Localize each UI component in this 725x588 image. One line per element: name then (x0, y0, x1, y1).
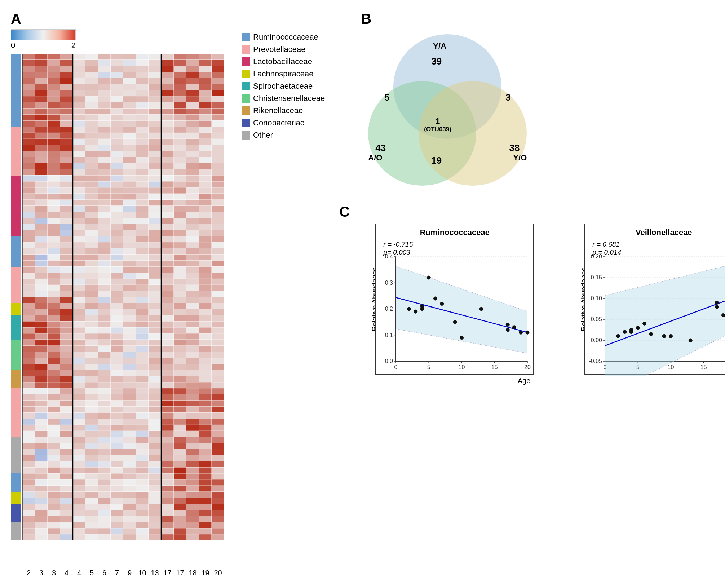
x-axis-label: 17 (161, 569, 174, 577)
svg-point-88 (715, 305, 719, 309)
legend-item: Other (242, 131, 325, 140)
venn-yo-circle (419, 81, 527, 186)
svg-point-38 (460, 336, 464, 340)
svg-text:0.0: 0.0 (385, 358, 393, 364)
svg-point-34 (427, 276, 431, 279)
venn-diagram: Y/A A/O Y/O 39 43 38 5 3 19 1 (361, 31, 534, 189)
svg-text:10: 10 (668, 364, 674, 370)
scatter1-svg: 0.00.10.20.30.405101520 (376, 224, 535, 376)
svg-text:0.15: 0.15 (591, 274, 602, 280)
svg-point-84 (649, 332, 653, 336)
legend-item: Lachnospiraceae (242, 69, 325, 79)
svg-point-78 (616, 334, 620, 338)
legend-item: Rikenellaceae (242, 106, 325, 115)
colorbar (11, 29, 76, 40)
svg-point-83 (643, 322, 646, 326)
x-axis-label: 20 (212, 569, 224, 577)
svg-text:0.4: 0.4 (385, 253, 393, 260)
svg-text:0.05: 0.05 (591, 316, 602, 322)
x-axis-label: 17 (174, 569, 186, 577)
svg-text:0.2: 0.2 (385, 306, 393, 312)
legend-item: Coriobacteriac (242, 118, 325, 128)
scatter1-x-label: Age (518, 377, 531, 385)
svg-point-39 (480, 307, 483, 311)
x-axis-label: 9 (123, 569, 136, 577)
venn-ao-label: A/O (368, 153, 382, 163)
x-axis-label: 3 (35, 569, 48, 577)
x-axis-label: 6 (98, 569, 111, 577)
panel-c-label: C (339, 204, 725, 220)
x-axis-label: 19 (199, 569, 212, 577)
x-axis-label: 10 (136, 569, 149, 577)
svg-point-86 (669, 334, 673, 338)
svg-point-35 (434, 297, 437, 300)
svg-text:-0.05: -0.05 (589, 358, 602, 364)
panel-b-label: B (361, 11, 725, 27)
x-axis-label: 18 (186, 569, 199, 577)
scatter2-svg: -0.050.000.050.100.150.2005101520 (585, 224, 725, 376)
x-axis-label: 4 (60, 569, 73, 577)
venn-yo-label: Y/O (513, 153, 527, 163)
venn-ao-yo: 19 (431, 155, 442, 166)
svg-text:0.1: 0.1 (385, 332, 393, 338)
svg-point-42 (513, 326, 516, 329)
svg-point-82 (636, 326, 640, 330)
venn-ya-ao: 5 (384, 92, 389, 103)
svg-text:0.20: 0.20 (591, 253, 602, 260)
svg-point-87 (689, 339, 693, 342)
svg-point-81 (629, 328, 633, 332)
svg-point-43 (519, 331, 523, 334)
venn-ya-yo: 3 (505, 92, 510, 103)
legend-item: Lactobacillaceae (242, 57, 325, 66)
svg-point-30 (407, 307, 411, 311)
svg-point-33 (420, 305, 424, 308)
heatmap-canvas (22, 54, 224, 540)
x-axis-label: 13 (149, 569, 161, 577)
svg-text:5: 5 (427, 364, 430, 370)
svg-text:15: 15 (700, 364, 707, 370)
svg-text:15: 15 (491, 364, 498, 370)
colorbar-max: 2 (71, 41, 76, 50)
x-axis-label: 4 (73, 569, 85, 577)
svg-text:10: 10 (459, 364, 465, 370)
scatter1-plot: Ruminococcaceae r = -0.715 p= 0.003 0.00… (375, 224, 534, 375)
legend-item: Spirochaetaceae (242, 81, 325, 91)
x-axis-label: 7 (111, 569, 123, 577)
svg-point-90 (722, 313, 725, 317)
svg-point-79 (623, 330, 627, 334)
svg-point-41 (506, 328, 510, 332)
x-axis-label: 3 (48, 569, 60, 577)
svg-text:0.3: 0.3 (385, 280, 393, 286)
svg-point-36 (440, 302, 444, 306)
legend-item: Christensenellaceae (242, 94, 325, 103)
svg-point-89 (715, 301, 719, 305)
venn-yo-only: 38 (509, 142, 520, 154)
venn-ya-only: 39 (431, 56, 442, 67)
svg-text:20: 20 (524, 364, 531, 370)
svg-point-44 (526, 331, 529, 334)
svg-point-37 (454, 320, 457, 324)
legend: RuminococcaceaePrevotellaceaeLactobacill… (242, 32, 325, 577)
venn-ao-only: 43 (375, 142, 386, 154)
x-axis-label: 2 (22, 569, 35, 577)
venn-ya-label: Y/A (433, 41, 446, 51)
scatter2-plot: Veillonellaceae r = 0.681 p = 0.014 -0.0… (584, 224, 725, 375)
svg-point-85 (663, 334, 666, 338)
venn-center: 1 (OTU639) (424, 116, 451, 133)
svg-text:0: 0 (394, 364, 398, 370)
colorbar-min: 0 (11, 41, 15, 50)
legend-item: Ruminococcaceae (242, 32, 325, 42)
svg-marker-74 (605, 263, 725, 376)
legend-item: Prevotellaceae (242, 45, 325, 54)
svg-text:0.00: 0.00 (591, 337, 602, 343)
svg-point-40 (506, 323, 510, 327)
svg-text:0.10: 0.10 (591, 295, 602, 301)
x-axis-label: 5 (85, 569, 98, 577)
panel-a-label: A (11, 11, 234, 27)
svg-point-31 (414, 310, 417, 313)
heatmap-sidebar (11, 54, 21, 540)
